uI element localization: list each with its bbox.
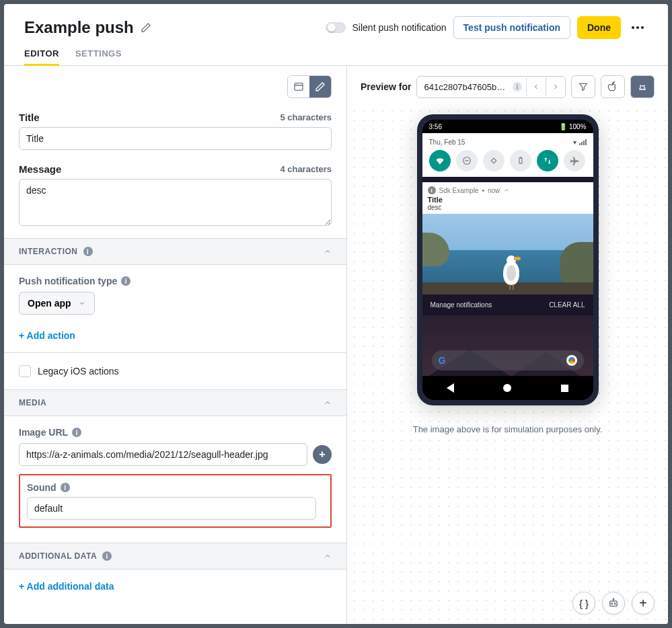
tabs: EDITOR SETTINGS	[4, 39, 668, 66]
edit-mode-button[interactable]	[309, 76, 331, 97]
legacy-ios-checkbox[interactable]	[19, 365, 31, 377]
tab-settings[interactable]: SETTINGS	[75, 48, 122, 65]
notif-desc: desc	[422, 204, 593, 214]
info-icon[interactable]: i	[121, 276, 130, 286]
title-input[interactable]	[19, 127, 332, 150]
chevron-up-icon	[324, 247, 332, 256]
filter-button[interactable]	[571, 75, 595, 98]
add-additional-data-button[interactable]: + Add additional data	[19, 581, 114, 592]
svg-point-11	[611, 603, 613, 604]
preview-for-label: Preview for	[361, 81, 411, 92]
additional-section-header[interactable]: ADDITIONAL DATA i	[4, 543, 346, 570]
quick-settings	[429, 150, 587, 171]
phone-navbar	[422, 376, 593, 400]
svg-point-12	[615, 603, 616, 604]
chevron-up-icon	[324, 552, 332, 560]
data-icon	[537, 150, 558, 171]
title-char-count: 5 characters	[280, 112, 332, 122]
simulation-note: The image above is for simulation purpos…	[413, 424, 603, 434]
svg-line-3	[640, 85, 641, 86]
add-image-url-button[interactable]: +	[313, 445, 332, 464]
silent-toggle[interactable]	[326, 22, 346, 33]
push-type-dropdown[interactable]: Open app	[19, 292, 95, 315]
more-menu-icon[interactable]	[628, 22, 648, 33]
next-user-button[interactable]	[546, 77, 565, 96]
android-preview-button[interactable]	[630, 75, 655, 98]
info-icon[interactable]: i	[61, 483, 70, 492]
phone-signal: ▾	[573, 139, 587, 146]
editor-panel: Title 5 characters Message 4 characters …	[4, 66, 347, 624]
add-action-button[interactable]: + Add action	[19, 330, 75, 341]
clear-all: CLEAR ALL	[549, 301, 585, 309]
preview-bar: Preview for 641c2807b47605b9... i	[347, 66, 668, 108]
rotate-icon	[483, 150, 505, 171]
phone-date: Thu, Feb 15	[429, 139, 465, 146]
preview-panel: Preview for 641c2807b47605b9... i	[347, 66, 668, 624]
test-push-button[interactable]: Test push notification	[453, 16, 570, 39]
airplane-icon	[564, 150, 585, 171]
add-button[interactable]: +	[632, 592, 655, 615]
svg-rect-0	[295, 83, 303, 91]
info-icon[interactable]: i	[102, 551, 112, 561]
phone-battery: 🔋 100%	[559, 123, 586, 130]
notif-app-icon: i	[428, 186, 436, 194]
floating-buttons: { } +	[572, 592, 655, 615]
chevron-up-icon	[324, 399, 332, 407]
nav-recents-icon	[561, 385, 568, 392]
phone-time: 3:56	[429, 123, 442, 130]
svg-rect-7	[491, 158, 496, 163]
svg-rect-9	[520, 157, 521, 158]
ios-preview-button[interactable]	[601, 75, 625, 98]
legacy-ios-label: Legacy iOS actions	[38, 366, 119, 377]
message-input[interactable]: desc	[19, 179, 332, 226]
nav-back-icon	[447, 383, 454, 393]
form-mode-button[interactable]	[288, 76, 309, 97]
header: Example push Silent push notification Te…	[4, 4, 668, 39]
svg-rect-8	[519, 158, 522, 163]
google-search-bar: G	[432, 350, 584, 370]
tab-editor[interactable]: EDITOR	[24, 48, 59, 65]
message-label: Message	[19, 163, 61, 175]
additional-section-label: ADDITIONAL DATA	[19, 551, 97, 561]
info-icon[interactable]: i	[83, 247, 93, 256]
sound-input[interactable]	[27, 497, 316, 520]
media-section-header[interactable]: MEDIA	[4, 389, 346, 416]
battery-icon	[510, 150, 531, 171]
nav-home-icon	[503, 384, 511, 392]
svg-point-14	[613, 598, 614, 600]
prev-user-button[interactable]	[526, 77, 546, 96]
chevron-down-icon	[78, 299, 86, 307]
preview-user-select[interactable]: 641c2807b47605b9... i	[416, 76, 566, 98]
app-window: Example push Silent push notification Te…	[4, 4, 668, 624]
notif-app-name: Sdk Example	[439, 187, 479, 194]
wifi-icon	[429, 150, 451, 171]
manage-notifications: Manage notifications	[431, 301, 492, 309]
image-url-input[interactable]	[19, 443, 307, 466]
svg-line-4	[644, 85, 644, 86]
info-icon[interactable]: i	[513, 82, 522, 91]
bot-button[interactable]	[602, 592, 625, 615]
phone-status-bar: 3:56 🔋 100%	[422, 120, 593, 133]
phone-mockup: 3:56 🔋 100% Thu, Feb 15 ▾	[417, 114, 599, 405]
edit-title-icon[interactable]	[141, 22, 151, 33]
message-char-count: 4 characters	[280, 164, 332, 174]
interaction-section-label: INTERACTION	[19, 247, 78, 256]
silent-toggle-label: Silent push notification	[352, 22, 447, 33]
push-type-label: Push notification type	[19, 276, 117, 286]
phone-wallpaper: G	[422, 315, 593, 376]
google-logo-icon: G	[439, 355, 446, 366]
chevron-up-icon	[503, 187, 510, 194]
notif-title: Title	[422, 196, 593, 204]
done-button[interactable]: Done	[577, 16, 621, 39]
json-button[interactable]: { }	[572, 592, 595, 615]
interaction-section-header[interactable]: INTERACTION i	[4, 238, 346, 265]
notification-card: i Sdk Example • now Title desc	[422, 182, 593, 295]
title-text: Example push	[24, 18, 134, 37]
editor-toolbar	[4, 66, 346, 108]
info-icon[interactable]: i	[72, 428, 81, 437]
media-section-label: MEDIA	[19, 398, 46, 407]
preview-user-id: 641c2807b47605b9...	[417, 77, 513, 97]
image-url-label: Image URL	[19, 427, 68, 438]
notif-when: now	[488, 187, 500, 194]
dnd-icon	[456, 150, 478, 171]
